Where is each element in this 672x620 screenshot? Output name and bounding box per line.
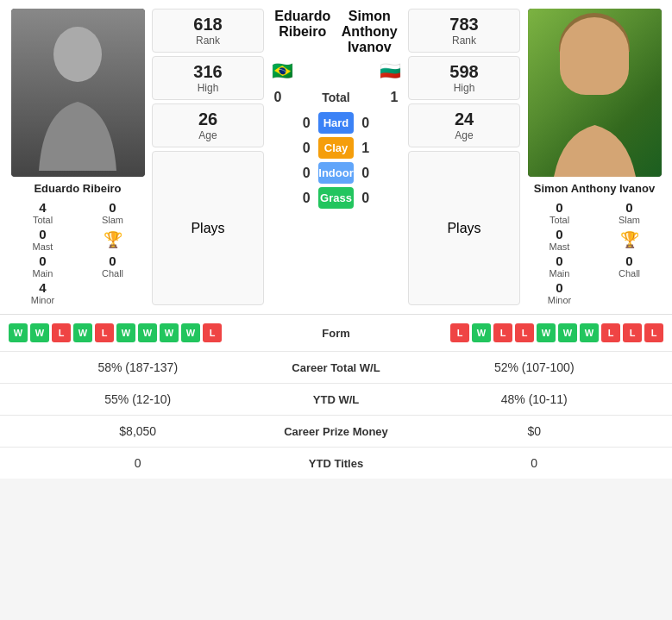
right-slam-cell: 0 Slam (595, 200, 663, 225)
surface-row-grass: 0 Grass 0 (298, 187, 374, 209)
right-chall-value: 0 (625, 254, 632, 268)
right-chall-label: Chall (619, 268, 640, 279)
right-age-box: 24 Age (408, 103, 520, 147)
right-main-label: Main (550, 268, 570, 279)
svg-point-0 (53, 27, 102, 82)
flags-row: 🇧🇷 🇧🇬 (269, 62, 403, 79)
left-slam-label: Slam (102, 215, 123, 225)
right-total-cell: 0 Total (525, 200, 593, 225)
right-total-label: Total (550, 215, 569, 225)
main-container: Eduardo Ribeiro 4 Total 0 Slam 0 Mast 🏆 (0, 0, 672, 479)
left-form-badge-6: W (138, 323, 157, 342)
right-player-card: Simon Anthony Ivanov 0 Total 0 Slam 0 Ma… (525, 9, 663, 305)
left-player-card: Eduardo Ribeiro 4 Total 0 Slam 0 Mast 🏆 (9, 9, 147, 305)
surface-indoor-btn[interactable]: Indoor (318, 162, 353, 184)
surface-hard-left-score: 0 (298, 116, 315, 131)
stats-row-2: $8,050 Career Prize Money $0 (0, 415, 672, 447)
right-player-stats-grid: 0 Total 0 Slam 0 Mast 🏆 0 Main (525, 200, 663, 305)
right-main-value: 0 (556, 254, 562, 268)
bottom-stats: 58% (187-137) Career Total W/L 52% (107-… (0, 351, 672, 479)
left-form-badge-3: W (73, 323, 92, 342)
left-trophy-icon: 🏆 (104, 230, 122, 249)
stats-row-1: 55% (12-10) YTD W/L 48% (10-11) (0, 383, 672, 415)
players-section: Eduardo Ribeiro 4 Total 0 Slam 0 Mast 🏆 (0, 0, 672, 314)
surface-indoor-left-score: 0 (298, 166, 315, 181)
right-form-badge-8: L (623, 323, 642, 342)
total-right-score: 1 (386, 90, 403, 105)
left-chall-cell: 0 Chall (79, 254, 147, 279)
right-main-cell: 0 Main (525, 254, 593, 279)
right-form-badge-0: L (450, 323, 469, 342)
stats-row-0: 58% (187-137) Career Total W/L 52% (107-… (0, 351, 672, 383)
left-rank-box: 618 Rank (152, 9, 264, 53)
right-age-label: Age (412, 129, 516, 141)
left-middle-stats: 618 Rank 316 High 26 Age Plays (152, 9, 264, 305)
left-rank-label: Rank (156, 34, 260, 47)
surface-clay-left-score: 0 (298, 141, 315, 156)
right-form-badge-5: W (558, 323, 577, 342)
left-minor-label: Minor (31, 295, 55, 305)
right-form-badge-2: L (493, 323, 512, 342)
stats-row-3-left: 0 (9, 456, 267, 470)
left-main-cell: 0 Main (9, 254, 77, 279)
surface-row-hard: 0 Hard 0 (298, 112, 374, 134)
right-middle-stats: 783 Rank 598 High 24 Age Plays (408, 9, 520, 305)
left-form-badge-5: W (116, 323, 135, 342)
left-form-badge-2: L (52, 323, 71, 342)
stats-row-1-left: 55% (12-10) (9, 392, 267, 406)
matchup-center: Eduardo Ribeiro Simon Anthony Ivanov 🇧🇷 … (269, 9, 403, 305)
surface-clay-btn[interactable]: Clay (318, 137, 353, 159)
right-slam-value: 0 (625, 200, 632, 215)
right-photo-body (528, 108, 662, 177)
left-form-badge-1: W (30, 323, 49, 342)
right-form: LWLLWWWLLL (383, 323, 664, 342)
player-names-row: Eduardo Ribeiro Simon Anthony Ivanov (269, 9, 403, 55)
right-header-name: Simon Anthony Ivanov (336, 9, 404, 55)
right-trophy-icon: 🏆 (620, 230, 639, 249)
left-flag: 🇧🇷 (269, 62, 295, 79)
right-plays-box: Plays (408, 151, 520, 305)
stats-row-0-label: Career Total W/L (267, 361, 405, 374)
left-form: WWLWLWWWWL (9, 323, 290, 342)
left-high-box: 316 High (152, 56, 264, 100)
right-player-name: Simon Anthony Ivanov (534, 182, 655, 195)
right-rank-label: Rank (412, 34, 516, 47)
left-chall-value: 0 (109, 254, 116, 268)
left-form-badge-4: L (95, 323, 114, 342)
stats-row-2-left: $8,050 (9, 424, 267, 438)
surface-grass-right-score: 0 (357, 191, 374, 206)
surface-row-indoor: 0 Indoor 0 (298, 162, 374, 184)
stats-row-0-left: 58% (187-137) (9, 360, 267, 374)
stats-row-2-right: $0 (405, 424, 664, 438)
left-trophy-cell: 🏆 (79, 227, 147, 252)
right-form-badge-4: W (537, 323, 556, 342)
right-player-photo (528, 9, 662, 177)
stats-row-3: 0 YTD Titles 0 (0, 447, 672, 479)
right-high-label: High (412, 82, 516, 94)
left-player-silhouette (11, 9, 145, 177)
surface-hard-right-score: 0 (357, 116, 374, 131)
left-slam-value: 0 (109, 200, 116, 215)
left-minor-value: 4 (39, 280, 46, 295)
stats-row-1-right: 48% (10-11) (405, 392, 664, 406)
right-trophy-cell: 🏆 (595, 227, 663, 252)
left-high-label: High (156, 82, 260, 94)
surface-hard-btn[interactable]: Hard (318, 112, 353, 134)
left-plays-box: Plays (152, 151, 264, 305)
surface-row-clay: 0 Clay 1 (298, 137, 374, 159)
right-high-value: 598 (412, 62, 516, 82)
left-age-label: Age (156, 129, 260, 141)
right-form-badge-1: W (472, 323, 491, 342)
left-form-badge-9: L (203, 323, 222, 342)
left-mast-value: 0 (39, 227, 46, 241)
stats-row-3-label: YTD Titles (267, 457, 405, 470)
surface-indoor-right-score: 0 (357, 166, 374, 181)
total-label: Total (290, 91, 382, 104)
right-minor-label: Minor (548, 295, 572, 305)
left-high-value: 316 (156, 62, 260, 82)
left-slam-cell: 0 Slam (79, 200, 147, 225)
surface-grass-btn[interactable]: Grass (318, 187, 353, 209)
right-mast-value: 0 (556, 227, 562, 241)
stats-row-0-right: 52% (107-100) (405, 360, 664, 374)
right-slam-label: Slam (619, 215, 640, 225)
